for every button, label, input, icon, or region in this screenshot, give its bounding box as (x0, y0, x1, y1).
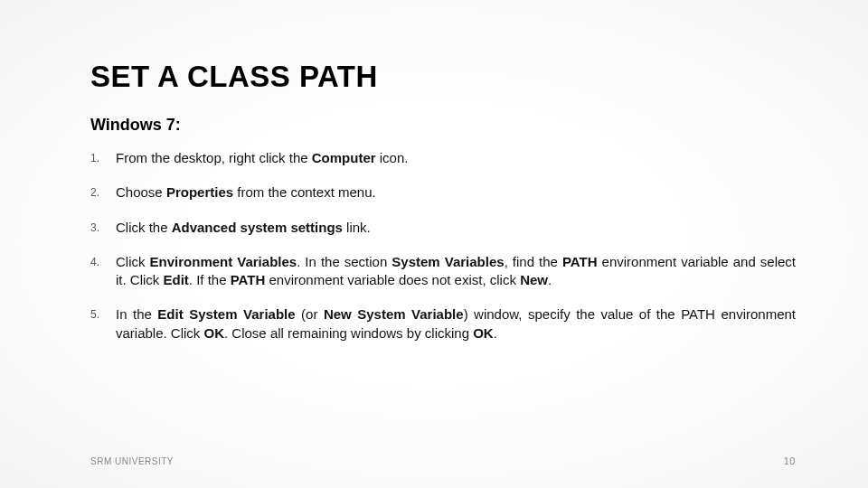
text: icon. (376, 150, 409, 165)
list-item: Choose Properties from the context menu. (90, 183, 796, 202)
bold-term: Edit System Variable (157, 306, 295, 322)
text: environment variable does not exist, cli… (265, 272, 520, 287)
steps-list: From the desktop, right click the Comput… (90, 149, 796, 343)
page-title: SET A CLASS PATH (90, 60, 796, 94)
subtitle: Windows 7: (90, 116, 796, 135)
step-body: From the desktop, right click the Comput… (116, 149, 796, 167)
step-body: Click the Advanced system settings link. (116, 219, 796, 237)
text: . Close all remaining windows by clickin… (224, 325, 473, 341)
list-item: From the desktop, right click the Comput… (90, 149, 796, 167)
page-number: 10 (784, 455, 796, 466)
bold-term: PATH (231, 272, 266, 287)
text: . (494, 325, 497, 341)
bold-term: Computer (312, 150, 376, 165)
step-body: Choose Properties from the context menu. (116, 183, 796, 202)
text: . If the (189, 272, 231, 287)
text: . (548, 272, 552, 287)
bold-term: System Variables (392, 254, 504, 269)
text: . In the section (297, 254, 392, 269)
bold-term: New (520, 272, 548, 287)
text: from the context menu. (233, 184, 376, 200)
bold-term: OK (473, 325, 494, 341)
footer: SRM UNIVERSITY 10 (90, 455, 796, 466)
text: Choose (116, 184, 166, 200)
bold-term: Environment Variables (150, 254, 297, 269)
step-body: Click Environment Variables. In the sect… (116, 253, 796, 290)
list-item: Click the Advanced system settings link. (90, 219, 796, 237)
text: In the (116, 306, 157, 322)
bold-term: Properties (166, 184, 233, 200)
text: link. (343, 220, 371, 235)
footer-org: SRM UNIVERSITY (90, 456, 174, 466)
text: From the desktop, right click the (116, 150, 312, 165)
bold-term: OK (204, 325, 225, 341)
list-item: In the Edit System Variable (or New Syst… (90, 305, 796, 343)
bold-term: New System Variable (324, 306, 464, 322)
text: Click the (116, 220, 172, 235)
text: (or (296, 306, 324, 322)
bold-term: Advanced system settings (172, 220, 343, 235)
text: Click (116, 254, 150, 269)
slide: SET A CLASS PATH Windows 7: From the des… (0, 0, 868, 488)
list-item: Click Environment Variables. In the sect… (90, 253, 796, 290)
bold-term: Edit (164, 272, 189, 287)
text: , find the (505, 254, 562, 269)
bold-term: PATH (562, 254, 598, 269)
step-body: In the Edit System Variable (or New Syst… (116, 305, 796, 343)
